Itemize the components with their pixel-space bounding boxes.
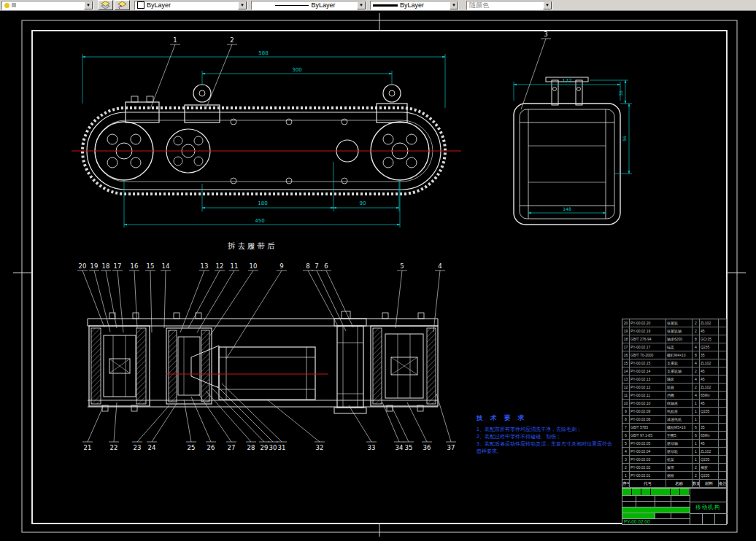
svg-text:18: 18 — [102, 262, 110, 270]
title-block-part-name: 移动机构 — [695, 504, 720, 511]
properties-toolbar: ▼ ByLayer ▼ — [0, 0, 756, 11]
color-value: ByLayer — [147, 1, 171, 9]
svg-text:11: 11 — [231, 262, 239, 270]
svg-text:21: 21 — [84, 444, 92, 451]
parts-list-row: 19 PY-00.02.19 张紧轮轴 2 45 — [622, 327, 726, 335]
plotstyle-value: 随颜色 — [469, 1, 489, 9]
parts-list-rows: 20 PY-00.02.20 张紧轮 2 ZL102 19 PY-00.02.1… — [622, 319, 726, 480]
layer-control[interactable]: ▼ — [1, 1, 93, 10]
layer-lock-icon — [12, 3, 16, 7]
top-view-dimensions: 588 300 180 90 450 — [82, 50, 445, 227]
dim-172: 172 — [562, 78, 571, 84]
side-view-balloon: 3 — [521, 31, 551, 109]
make-object-layer-current-button[interactable] — [98, 0, 113, 10]
svg-text:27: 27 — [228, 444, 236, 451]
svg-text:9: 9 — [279, 262, 283, 270]
lineweight-dropdown-arrow[interactable]: ▼ — [450, 1, 458, 9]
parts-list-row: 1 PY-00.02.01 侧板 2 Q235 — [622, 472, 726, 480]
layer-previous-icon — [117, 1, 127, 9]
parts-list-row: 12 PY-00.02.12 轮毂 2 ZL102 — [622, 384, 726, 392]
svg-text:35: 35 — [405, 444, 413, 451]
balloon-1: 1 — [173, 36, 177, 44]
parts-list-row: 14 PY-00.02.14 支重轮轴 2 45 — [622, 367, 726, 375]
svg-text:26: 26 — [207, 444, 215, 451]
layer-previous-button[interactable] — [115, 0, 130, 10]
svg-text:25: 25 — [188, 444, 196, 451]
svg-text:7: 7 — [315, 262, 318, 270]
parts-list-row: 11 PY-00.02.11 挡圈 4 65Mn — [622, 392, 726, 400]
parts-list-row: 7 GB/T 5783 螺栓M5×16 6 35 — [622, 424, 726, 432]
top-view-balloons: 1 2 — [150, 36, 237, 109]
svg-text:30: 30 — [269, 444, 277, 451]
cad-application: 588 300 180 90 450 1 2 — [0, 0, 756, 541]
dim-148: 148 — [563, 206, 571, 211]
parts-list-row: 10 PY-00.02.10 联轴器 1 45 — [622, 400, 726, 408]
svg-text:10: 10 — [250, 262, 258, 270]
color-control[interactable]: ByLayer ▼ — [134, 1, 247, 10]
layer-dropdown-arrow[interactable]: ▼ — [84, 1, 93, 9]
technical-requirements: 技 术 要 求 1、装配前所有零件均应清洗干净，去除毛刺； 2、装配过程中零件不… — [477, 414, 615, 456]
parts-list-row: 2 PY-00.02.02 履带 2 橡胶 — [622, 464, 726, 472]
top-view-geometry — [82, 85, 445, 194]
svg-text:29: 29 — [261, 444, 269, 451]
dim-450: 450 — [255, 218, 264, 224]
svg-text:37: 37 — [447, 444, 455, 451]
plotstyle-dropdown-arrow: ▼ — [543, 1, 552, 9]
svg-text:4: 4 — [438, 262, 441, 270]
linetype-dropdown-arrow[interactable]: ▼ — [357, 1, 366, 9]
svg-text:13: 13 — [201, 262, 209, 270]
technical-requirement-item: 3、装配后各运动件应转动灵活，主要尺寸及相对位置应符合图样要求。 — [477, 440, 615, 455]
parts-list-row: 6 GB/T 97.1-85 垫圈5 6 65Mn — [622, 432, 726, 440]
svg-text:23: 23 — [134, 444, 142, 451]
svg-text:24: 24 — [148, 444, 156, 451]
svg-text:15: 15 — [147, 262, 155, 270]
dim-180: 180 — [258, 201, 267, 206]
lineweight-value: ByLayer — [400, 1, 424, 9]
parts-list-row: 20 PY-00.02.20 张紧轮 2 ZL102 — [622, 319, 726, 327]
svg-text:34: 34 — [396, 444, 404, 451]
plotstyle-control[interactable]: 随颜色 ▼ — [466, 1, 552, 10]
parts-list-row: 8 PY-00.02.08 减速电机 1 — [622, 416, 726, 424]
svg-text:19: 19 — [90, 262, 99, 270]
balloon-2: 2 — [230, 36, 234, 44]
technical-requirements-title: 技 术 要 求 — [477, 414, 615, 423]
svg-text:32: 32 — [316, 444, 324, 451]
svg-text:8: 8 — [306, 262, 309, 270]
svg-text:20: 20 — [79, 262, 87, 270]
svg-text:22: 22 — [110, 444, 118, 451]
svg-text:33: 33 — [368, 444, 376, 451]
dim-300: 300 — [292, 67, 301, 73]
layers-icon — [101, 1, 110, 9]
side-view-geometry — [514, 77, 620, 225]
color-swatch — [137, 1, 144, 9]
technical-requirement-item: 2、装配过程中零件不得磕碰、划伤； — [477, 433, 615, 440]
lineweight-control[interactable]: ByLayer ▼ — [370, 1, 459, 10]
parts-list-row: 3 PY-00.02.03 机架 1 Q235 — [622, 456, 726, 464]
dim-96: 96 — [622, 136, 627, 141]
svg-text:31: 31 — [278, 444, 286, 451]
title-block-revision-row — [622, 489, 690, 495]
svg-text:14: 14 — [162, 262, 170, 270]
title-block-drawing-no: PY-00.02.00 — [624, 519, 650, 524]
svg-text:6: 6 — [324, 262, 328, 270]
section-callouts-top: 20 19 18 17 16 15 14 13 12 11 10 9 8 7 6… — [77, 262, 445, 359]
technical-requirement-item: 1、装配前所有零件均应清洗干净，去除毛刺； — [477, 426, 615, 433]
parts-list-row: 18 GB/T 276-94 轴承6200 8 GCr15 — [622, 335, 726, 343]
section-view-geometry — [88, 311, 438, 413]
parts-list-row: 5 PY-00.02.05 驱动轴 1 45 — [622, 440, 726, 448]
parts-list-row: 9 PY-00.02.09 电机座 1 Q235 — [622, 408, 726, 416]
svg-text:12: 12 — [216, 262, 224, 270]
parts-list: 20 PY-00.02.20 张紧轮 2 ZL102 19 PY-00.02.1… — [622, 319, 727, 525]
parts-list-row: 15 PY-00.02.15 支重轮 4 ZL102 — [622, 359, 726, 367]
svg-text:17: 17 — [114, 262, 122, 270]
svg-text:5: 5 — [400, 262, 404, 270]
section-note: 拆去履带后 — [228, 241, 277, 250]
color-dropdown-arrow[interactable]: ▼ — [238, 1, 247, 9]
svg-text:28: 28 — [247, 444, 255, 451]
linetype-value: ByLayer — [311, 1, 335, 9]
linetype-control[interactable]: ByLayer ▼ — [251, 1, 366, 10]
svg-text:36: 36 — [423, 444, 431, 451]
lineweight-sample — [373, 4, 398, 7]
svg-text:16: 16 — [131, 262, 139, 270]
dim-90: 90 — [360, 201, 366, 206]
